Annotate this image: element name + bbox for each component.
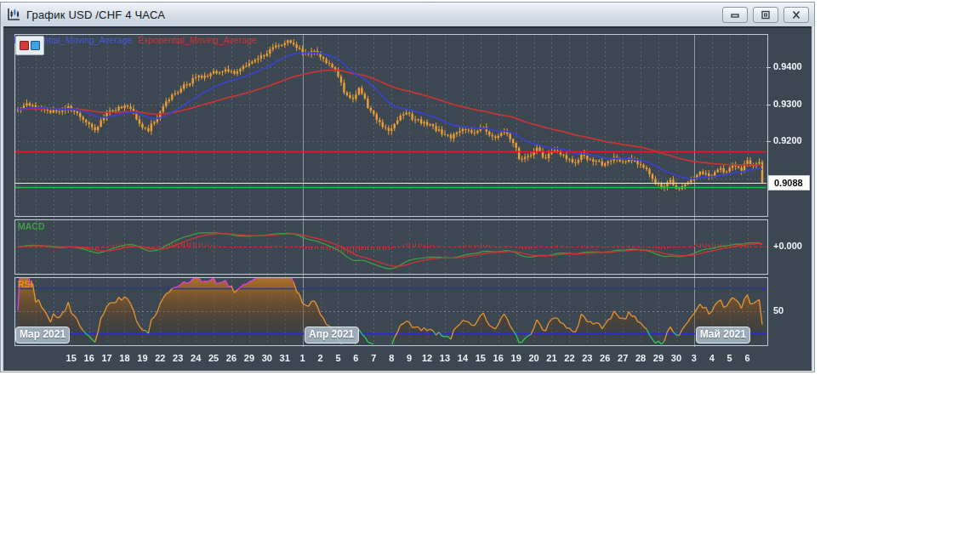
window-title: График USD /CHF 4 ЧАСА [26, 9, 165, 21]
restore-button[interactable] [753, 7, 778, 23]
time-axis-label: 25 [208, 353, 219, 363]
time-axis-label: 5 [727, 353, 732, 363]
time-axis-label: 2 [318, 353, 323, 363]
chart-app-icon [6, 7, 21, 22]
ema-slow-legend-label: Exponential_Moving_Average [138, 35, 256, 45]
time-axis-label: 13 [440, 353, 450, 363]
time-axis-label: 21 [546, 353, 556, 363]
chart-window: График USD /CHF 4 ЧАСА Exponential_Movin… [0, 2, 815, 372]
time-axis-label: 8 [389, 353, 394, 363]
time-axis-label: 22 [155, 353, 165, 363]
price-scale-label: 0.9200 [773, 135, 802, 145]
sell-color-swatch[interactable] [20, 41, 29, 50]
minimize-button[interactable] [722, 7, 748, 23]
price-scale-label: 0.9400 [773, 61, 802, 71]
time-axis-label: 26 [600, 353, 610, 363]
time-axis-label: 7 [371, 353, 376, 363]
time-axis-label: 19 [511, 353, 521, 363]
month-badge: Мар 2021 [15, 327, 70, 344]
time-axis-label: 19 [137, 353, 147, 363]
time-axis-label: 15 [66, 353, 77, 363]
chart-canvas[interactable] [3, 28, 812, 369]
time-axis-label: 15 [476, 353, 486, 363]
time-axis-label: 17 [101, 353, 111, 363]
time-axis-label: 30 [671, 353, 681, 363]
ema-legend: Exponential_Moving_AverageExponential_Mo… [14, 35, 257, 45]
close-icon [791, 10, 801, 20]
time-axis-label: 16 [84, 353, 94, 363]
chart-client-area: Exponential_Moving_AverageExponential_Mo… [3, 26, 812, 371]
macd-indicator-label: MACD [18, 221, 45, 231]
minimize-icon [730, 11, 740, 20]
time-axis-label: 6 [353, 353, 358, 363]
time-axis-label: 26 [226, 353, 236, 363]
window-titlebar[interactable]: График USD /CHF 4 ЧАСА [1, 3, 814, 26]
time-axis-label: 18 [119, 353, 129, 363]
time-axis-label: 23 [582, 353, 592, 363]
time-axis-label: 16 [493, 353, 504, 363]
restore-icon [761, 10, 771, 20]
time-axis-label: 23 [173, 353, 183, 363]
current-price-box: 0.9088 [768, 175, 810, 190]
time-axis-label: 28 [635, 353, 646, 363]
time-axis-label: 1 [300, 353, 305, 363]
time-axis-label: 27 [618, 353, 628, 363]
time-axis-label: 29 [653, 353, 664, 363]
macd-axis-label: +0.000 [773, 241, 802, 251]
time-axis-label: 24 [191, 353, 201, 363]
time-axis-label: 31 [280, 353, 290, 363]
month-badge: Апр 2021 [305, 327, 359, 344]
time-axis-label: 12 [422, 353, 432, 363]
buy-color-swatch[interactable] [31, 41, 40, 50]
time-axis-label: 30 [262, 353, 272, 363]
legend-color-box[interactable] [15, 36, 44, 55]
time-axis-label: 22 [564, 353, 574, 363]
rsi-indicator-label: RSI [18, 279, 33, 289]
desktop: { "window": { "title": "График USD /CHF … [0, 0, 980, 551]
time-axis-label: 29 [244, 353, 254, 363]
rsi-axis-label: 50 [773, 305, 783, 315]
time-axis-label: 4 [709, 353, 715, 363]
time-axis-label: 20 [528, 353, 538, 363]
month-badge: Май 2021 [696, 327, 750, 344]
time-axis-label: 9 [407, 353, 412, 363]
time-axis-label: 6 [745, 353, 750, 363]
time-axis-label: 5 [335, 353, 340, 363]
time-axis-label: 14 [458, 353, 468, 363]
time-axis-label: 3 [692, 353, 697, 363]
price-scale-label: 0.9300 [773, 99, 802, 109]
close-button[interactable] [783, 7, 809, 23]
